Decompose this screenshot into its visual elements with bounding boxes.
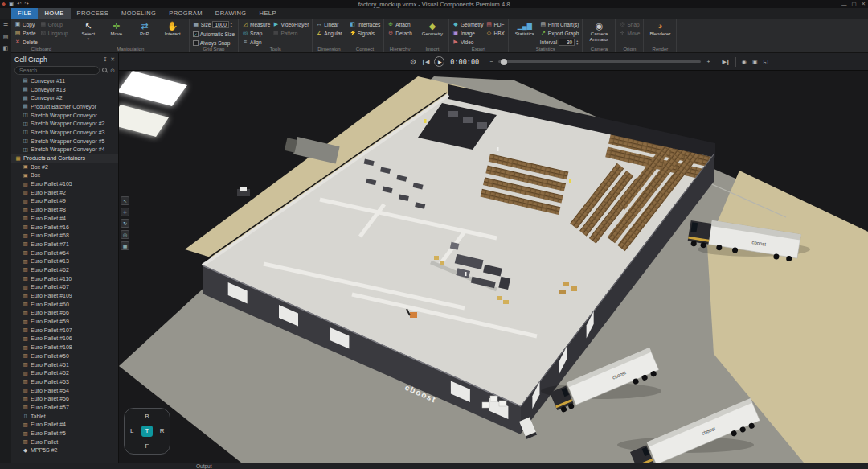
slider-handle[interactable]	[501, 59, 507, 65]
speed-plus-icon[interactable]: +	[706, 59, 710, 64]
copy-button[interactable]: ▣Copy	[14, 20, 38, 28]
tree-item[interactable]: ▥Euro Pallet #4	[11, 421, 118, 430]
maximize-icon[interactable]: ▢	[851, 1, 856, 7]
tree-item[interactable]: ▣Box #2	[11, 163, 118, 171]
compass-front[interactable]: F	[140, 438, 155, 454]
automatic-size-checkbox[interactable]: ✓Automatic Size	[193, 30, 235, 38]
tree-item[interactable]: ◆MPP5S #2	[11, 446, 118, 455]
run-to-end-icon[interactable]: ▶❙	[723, 59, 730, 65]
panel-close-icon[interactable]: ✕	[110, 56, 115, 63]
menu-tab-drawing[interactable]: DRAWING	[209, 8, 253, 19]
undo-icon[interactable]: ↶	[17, 1, 21, 7]
ungroup-button[interactable]: ▧Ungroup	[40, 29, 68, 37]
tree-item[interactable]: ▥Euro Pallet #60	[11, 300, 118, 309]
panel-icon[interactable]: ▤	[3, 34, 9, 40]
tree-item[interactable]: ▥Euro Pallet #107	[11, 326, 118, 335]
tree-category[interactable]: ▦Products and Containers	[11, 154, 118, 163]
video-button[interactable]: ▶Video	[452, 38, 484, 46]
tree-item[interactable]: ▥Euro Pallet #52	[11, 368, 118, 377]
always-snap-checkbox[interactable]: Always Snap	[193, 39, 235, 47]
tree-item[interactable]: ◫Stretch Wrapper Conveyor #2	[11, 119, 118, 128]
pin-icon[interactable]: ↧	[103, 56, 108, 63]
move-tool-icon[interactable]: ✛	[121, 208, 129, 216]
rotate-tool-icon[interactable]: ↻	[121, 219, 129, 228]
group-button[interactable]: ▦Group	[40, 20, 68, 28]
tree-item[interactable]: ▥Euro Pallet #105	[11, 179, 118, 188]
signals-button[interactable]: ⚡Signals	[350, 29, 381, 37]
size-value[interactable]: 1000	[212, 21, 228, 28]
simulation-settings-gear-icon[interactable]: ⚙	[410, 58, 416, 66]
tree-item[interactable]: ▥Euro Pallet #64	[11, 249, 118, 257]
pnp-button[interactable]: ⇄PnP	[132, 20, 158, 37]
tree-item[interactable]: ▥Euro Pallet #66	[11, 309, 118, 318]
tree-item[interactable]: ▥Euro Pallet #71	[11, 240, 118, 249]
output-tab[interactable]: Output	[196, 463, 212, 469]
move-button[interactable]: ✛Move	[104, 20, 129, 37]
snap-tool-icon[interactable]: ◎	[121, 230, 129, 239]
pdf-button[interactable]: ▤PDF	[485, 20, 504, 28]
minimize-icon[interactable]: —	[841, 2, 847, 7]
tree-item[interactable]: ▥Euro Pallet #2	[11, 188, 118, 197]
visibility-eye-icon[interactable]: ⊙	[110, 68, 115, 74]
select-button[interactable]: ↖Select▾	[76, 20, 101, 40]
snap-button[interactable]: ◎Snap	[619, 20, 640, 28]
blenderer-button[interactable]: ◕Blenderer	[647, 20, 673, 37]
stepper-icons[interactable]: ▴▾	[576, 39, 578, 46]
geometry-button[interactable]: ◆Geometry	[452, 20, 484, 28]
camera-animator-button[interactable]: ◉Camera Animator	[586, 20, 612, 42]
tree-item[interactable]: ▤Conveyor #2	[11, 93, 118, 102]
tree-item[interactable]: ◫Stretch Wrapper Conveyor #4	[11, 146, 118, 154]
tree-item[interactable]: ▥Euro Pallet #110	[11, 274, 118, 283]
tree-item[interactable]: ▥Euro Pallet #13	[11, 257, 118, 265]
tree-item[interactable]: ▣Box	[11, 171, 118, 180]
compass-back[interactable]: B	[140, 409, 155, 424]
interact-button[interactable]: ✋Interact	[160, 20, 186, 37]
statistics-button[interactable]: ▁▄▇Statistics	[512, 20, 538, 37]
layout-icon[interactable]: ◧	[3, 45, 9, 51]
interfaces-button[interactable]: ◧Interfaces	[350, 20, 381, 28]
grid-tool-icon[interactable]: ▦	[121, 241, 129, 250]
simulation-speed-slider[interactable]	[498, 60, 701, 63]
tree-item[interactable]: ▥Euro Pallet #62	[11, 265, 118, 274]
tree-item[interactable]: ◫Stretch Wrapper Conveyor #5	[11, 137, 118, 146]
screenshot-icon[interactable]: ▣	[752, 59, 758, 65]
fullscreen-icon[interactable]: ◱	[764, 59, 769, 65]
size-spinbox[interactable]: ▦Size1000▴▾	[193, 20, 235, 29]
speed-minus-icon[interactable]: −	[489, 59, 493, 64]
linear-button[interactable]: ↔Linear	[316, 20, 342, 28]
redo-icon[interactable]: ↷	[25, 1, 29, 7]
tree-item[interactable]: ▥Euro Pallet #54	[11, 386, 118, 395]
simulation-play-button[interactable]: ▶	[434, 56, 444, 67]
close-icon[interactable]: ✕	[862, 1, 866, 7]
compass-top[interactable]: T	[141, 426, 154, 438]
tree-item[interactable]: ▤Conveyor #13	[11, 85, 118, 94]
select-tool-icon[interactable]: ↖	[121, 196, 129, 205]
menu-tab-file[interactable]: FILE	[11, 8, 38, 19]
tree-item[interactable]: ◫Stretch Wrapper Conveyor	[11, 111, 118, 120]
tree-item[interactable]: ▥Euro Pallet #8	[11, 205, 118, 214]
pattern-button[interactable]: ▦Pattern	[272, 29, 309, 37]
image-button[interactable]: ▣Image	[452, 29, 484, 37]
tree-item[interactable]: ▥Euro Pallet #50	[11, 352, 118, 360]
compass-right[interactable]: R	[154, 424, 170, 439]
menu-tab-modeling[interactable]: MODELING	[115, 8, 162, 19]
compass-left[interactable]: L	[125, 424, 140, 439]
paste-button[interactable]: ▤Paste	[14, 29, 38, 37]
hamburger-icon[interactable]: ☰	[3, 23, 8, 29]
tree-item[interactable]: ▥Euro Pallet #4	[11, 214, 118, 223]
menu-tab-process[interactable]: PROCESS	[71, 8, 115, 19]
move-button[interactable]: ✛Move	[619, 29, 640, 37]
geometry-button[interactable]: ◆Geometry	[420, 20, 445, 37]
tree-item[interactable]: ▥Euro Pallet #9	[11, 197, 118, 206]
tree-item[interactable]: ▥Euro Pallet #109	[11, 291, 118, 300]
tree-item[interactable]: ▯Tablet	[11, 412, 118, 421]
interval-value[interactable]: 30	[559, 39, 575, 46]
tree-item[interactable]: ▥Euro Pallet #53	[11, 377, 118, 386]
tree-item[interactable]: ▥Euro Pallet #68	[11, 231, 118, 240]
tree-item[interactable]: ▥Euro Pallet #106	[11, 335, 118, 344]
stepper-icons[interactable]: ▴▾	[231, 22, 232, 28]
tree-item[interactable]: ▥Euro Pallet #67	[11, 283, 118, 292]
angular-button[interactable]: ∠Angular	[316, 29, 342, 37]
hbx-button[interactable]: ◇HBX	[485, 29, 504, 37]
simulation-reset-icon[interactable]: ❙◀	[421, 59, 428, 65]
